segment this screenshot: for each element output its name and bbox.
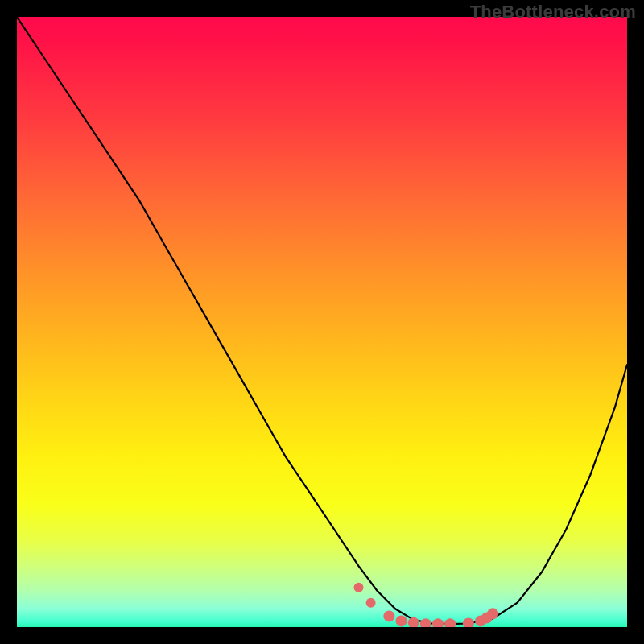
highlight-dot [432, 618, 444, 627]
highlight-dot [396, 615, 407, 626]
curve-layer [17, 17, 627, 627]
watermark-text: TheBottleneck.com [470, 2, 636, 23]
highlight-dot [463, 618, 474, 628]
highlight-dot [354, 583, 364, 592]
highlight-dot [383, 610, 394, 621]
highlight-dot [366, 598, 376, 608]
chart-frame: TheBottleneck.com [0, 0, 644, 644]
highlight-dot [487, 608, 498, 619]
highlight-dot [408, 617, 419, 627]
bottleneck-curve [17, 17, 627, 624]
highlight-dot [444, 618, 456, 627]
highlight-dot [420, 618, 431, 627]
plot-area [17, 17, 627, 627]
